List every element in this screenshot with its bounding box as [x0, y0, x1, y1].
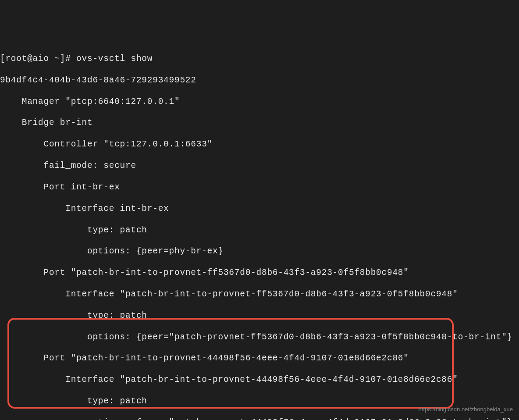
watermark-text: https://blog.csdn.net/zhongbeida_xue — [419, 404, 513, 415]
terminal-line: fail_mode: secure — [0, 160, 519, 171]
terminal-line: options: {peer=phy-br-ex} — [0, 246, 519, 256]
terminal-line: options: {peer="patch-provnet-ff5367d0-d… — [0, 332, 519, 342]
terminal-line: type: patch — [0, 225, 519, 235]
terminal-line: Port "patch-br-int-to-provnet-44498f56-4… — [0, 353, 519, 363]
terminal-line: Interface int-br-ex — [0, 203, 519, 214]
terminal-output: [root@aio ~]# ovs-vsctl show 9b4df4c4-40… — [0, 43, 519, 420]
terminal-line: 9b4df4c4-404b-43d6-8a46-729293499522 — [0, 75, 519, 85]
terminal-line: Port "patch-br-int-to-provnet-ff5367d0-d… — [0, 267, 519, 278]
terminal-line: type: patch — [0, 310, 519, 321]
terminal-line: Manager "ptcp:6640:127.0.0.1" — [0, 96, 519, 107]
terminal-line: options: {peer="patch-provnet-44498f56-4… — [0, 417, 519, 420]
terminal-line: Controller "tcp:127.0.0.1:6633" — [0, 139, 519, 149]
terminal-line: Port int-br-ex — [0, 182, 519, 192]
terminal-line: Bridge br-int — [0, 117, 519, 128]
terminal-line: Interface "patch-br-int-to-provnet-44498… — [0, 374, 519, 385]
terminal-line: Interface "patch-br-int-to-provnet-ff536… — [0, 289, 519, 299]
terminal-line: [root@aio ~]# ovs-vsctl show — [0, 53, 519, 64]
